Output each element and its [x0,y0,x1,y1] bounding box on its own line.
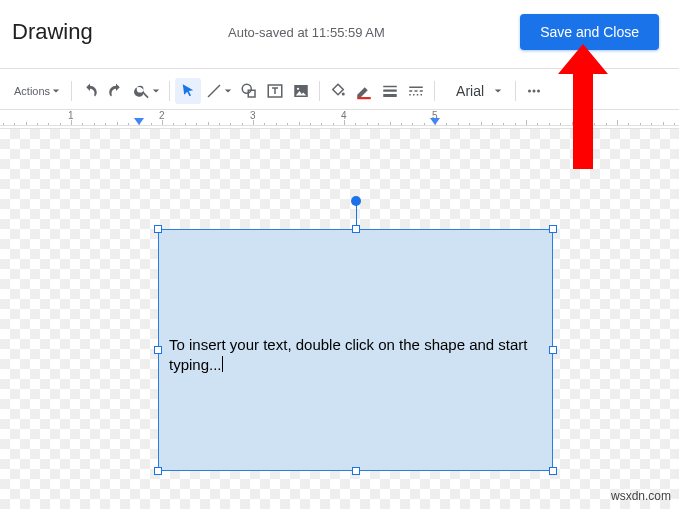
textbox-icon [266,82,284,100]
zoom-icon [133,82,151,100]
line-weight-icon [381,82,399,100]
more-horizontal-icon [525,82,543,100]
actions-label: Actions [14,85,50,97]
resize-handle-n[interactable] [352,225,360,233]
svg-rect-17 [421,94,423,96]
right-indent-marker[interactable] [430,118,440,125]
image-tool[interactable] [288,78,314,104]
separator [319,81,320,101]
resize-handle-nw[interactable] [154,225,162,233]
svg-point-5 [342,93,345,96]
chevron-down-icon [152,87,160,95]
undo-icon [81,82,99,100]
pencil-icon [355,82,373,100]
resize-handle-e[interactable] [549,346,557,354]
redo-button[interactable] [103,78,129,104]
divider [0,68,679,69]
svg-rect-7 [383,86,397,88]
separator [515,81,516,101]
border-weight-button[interactable] [377,78,403,104]
font-selector[interactable]: Arial [448,78,510,104]
more-button[interactable] [521,78,547,104]
textbox-tool[interactable] [262,78,288,104]
resize-handle-sw[interactable] [154,467,162,475]
modal-header: Drawing Auto-saved at 11:55:59 AM Save a… [0,0,679,64]
drawing-canvas[interactable]: To insert your text, double click on the… [0,128,679,509]
redo-icon [107,82,125,100]
shape-text: To insert your text, double click on the… [169,336,528,373]
svg-rect-15 [413,94,415,96]
save-and-close-button[interactable]: Save and Close [520,14,659,50]
chevron-down-icon [224,87,232,95]
rotation-handle[interactable] [351,196,361,206]
resize-handle-s[interactable] [352,467,360,475]
shape-text-content[interactable]: To insert your text, double click on the… [169,335,542,376]
svg-rect-1 [248,90,255,97]
actions-menu[interactable]: Actions [8,78,66,104]
svg-rect-8 [383,90,397,92]
indent-marker[interactable] [134,118,144,125]
svg-rect-12 [415,90,418,92]
svg-rect-9 [383,94,397,97]
select-tool[interactable] [175,78,201,104]
shape-tool[interactable] [236,78,262,104]
cursor-icon [179,82,197,100]
svg-point-18 [528,90,531,93]
watermark: wsxdn.com [611,489,671,503]
separator [434,81,435,101]
separator [169,81,170,101]
svg-point-19 [533,90,536,93]
dialog-title: Drawing [12,19,93,45]
line-icon [205,82,223,100]
textbox-shape[interactable]: To insert your text, double click on the… [158,229,553,471]
zoom-button[interactable] [129,78,164,104]
resize-handle-se[interactable] [549,467,557,475]
resize-handle-w[interactable] [154,346,162,354]
shape-icon [240,82,258,100]
text-caret [222,356,223,372]
separator [71,81,72,101]
line-tool[interactable] [201,78,236,104]
svg-rect-6 [357,97,371,99]
font-name: Arial [456,83,484,99]
drawing-toolbar: Actions Arial [0,73,679,109]
fill-icon [329,82,347,100]
border-dash-button[interactable] [403,78,429,104]
svg-rect-14 [409,94,411,96]
fill-color-button[interactable] [325,78,351,104]
border-color-button[interactable] [351,78,377,104]
horizontal-ruler[interactable]: 12345 [0,110,679,126]
svg-point-0 [242,84,251,93]
svg-rect-10 [409,87,423,89]
svg-rect-16 [417,94,419,96]
svg-point-4 [297,88,299,90]
chevron-down-icon [494,87,502,95]
autosave-status: Auto-saved at 11:55:59 AM [228,25,385,40]
resize-handle-ne[interactable] [549,225,557,233]
image-icon [292,82,310,100]
undo-button[interactable] [77,78,103,104]
svg-rect-11 [409,90,412,92]
line-dash-icon [407,82,425,100]
svg-point-20 [537,90,540,93]
svg-rect-13 [420,90,423,92]
